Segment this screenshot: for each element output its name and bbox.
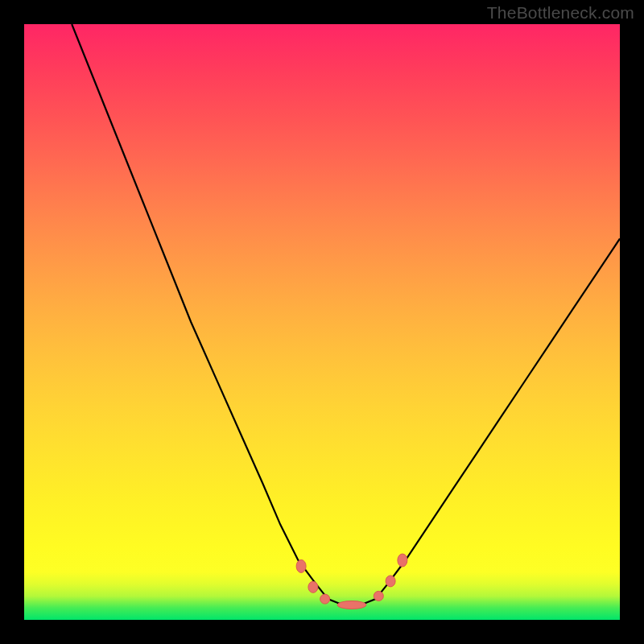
chart-overlay: [24, 24, 620, 620]
watermark-text: TheBottleneck.com: [487, 3, 634, 23]
plot-area: [24, 24, 620, 620]
optimal-marker: [296, 559, 306, 572]
optimal-marker: [320, 594, 330, 604]
optimal-marker: [386, 576, 395, 587]
optimal-marker: [337, 601, 366, 609]
optimal-zone-markers: [296, 554, 407, 609]
optimal-marker: [398, 554, 407, 567]
bottleneck-curve: [72, 24, 620, 605]
chart-frame: TheBottleneck.com: [0, 0, 644, 644]
optimal-marker: [374, 591, 383, 601]
optimal-marker: [308, 581, 318, 592]
